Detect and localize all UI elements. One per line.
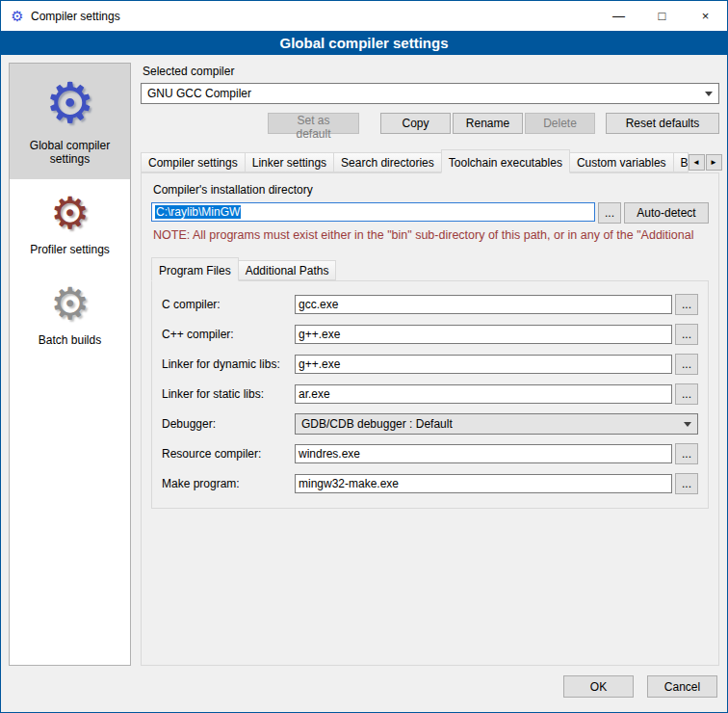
ok-button[interactable]: OK [563,675,634,698]
tab-scroll-left-icon[interactable]: ◄ [689,154,705,171]
c-compiler-value: gcc.exe [299,298,338,311]
sidebar-item-profiler-settings[interactable]: ⚙ Profiler settings [10,179,130,270]
static-linker-value: ar.exe [299,387,330,401]
sidebar-item-global-compiler-settings[interactable]: ⚙ Global compiler settings [10,64,130,179]
form-row-static-linker: Linker for static libs: ar.exe ... [162,383,698,405]
tab-custom-variables[interactable]: Custom variables [569,152,674,172]
subtab-additional-paths[interactable]: Additional Paths [238,260,337,280]
installation-directory-input[interactable]: C:\raylib\MinGW [151,202,595,222]
cpp-compiler-browse-button[interactable]: ... [675,324,698,345]
make-program-label: Make program: [162,477,295,490]
settings-tabbar: Compiler settings Linker settings Search… [141,149,719,172]
compiler-settings-dialog: ⚙ Compiler settings — □ × Global compile… [0,0,728,713]
form-row-resource-compiler: Resource compiler: windres.exe ... [162,443,698,464]
dynamic-linker-browse-button[interactable]: ... [675,354,698,375]
compiler-actions: Set as default Copy Rename Delete Reset … [141,113,719,134]
program-files-panel: C compiler: gcc.exe ... C++ compiler: g+… [151,280,709,509]
tab-search-directories[interactable]: Search directories [333,152,442,172]
auto-detect-button[interactable]: Auto-detect [624,202,709,224]
reset-defaults-button[interactable]: Reset defaults [606,113,719,134]
form-row-cpp-compiler: C++ compiler: g++.exe ... [162,324,698,345]
static-linker-browse-button[interactable]: ... [675,383,698,405]
c-compiler-browse-button[interactable]: ... [675,294,698,315]
page-title: Global compiler settings [1,31,727,55]
set-as-default-button[interactable]: Set as default [268,113,359,134]
resource-compiler-value: windres.exe [299,447,360,461]
static-linker-input[interactable]: ar.exe [295,384,672,404]
cpp-compiler-label: C++ compiler: [162,328,295,341]
selected-compiler-value: GNU GCC Compiler [147,87,251,100]
rename-button[interactable]: Rename [453,113,523,134]
dialog-footer: OK Cancel [1,672,727,712]
sidebar-item-batch-builds[interactable]: ⚙ Batch builds [10,270,130,360]
subtab-program-files[interactable]: Program Files [151,257,239,281]
sidebar-item-label: Global compiler settings [13,139,126,166]
maximize-button[interactable]: □ [640,1,684,31]
tab-scroll-controls: ◄ ► [689,154,722,172]
window-controls: — □ × [597,1,727,31]
profiler-tool-icon: ⚙ [50,191,90,235]
form-row-c-compiler: C compiler: gcc.exe ... [162,294,698,315]
dynamic-linker-label: Linker for dynamic libs: [162,357,295,371]
resource-compiler-input[interactable]: windres.exe [295,444,672,463]
bin-subdirectory-note: NOTE: All programs must exist either in … [153,228,709,242]
dropdown-arrow-icon [700,85,717,102]
debugger-value: GDB/CDB debugger : Default [301,417,453,431]
toolchain-executables-panel: Compiler's installation directory C:\ray… [141,172,719,666]
c-compiler-input[interactable]: gcc.exe [295,295,672,314]
form-row-debugger: Debugger: GDB/CDB debugger : Default [162,413,698,435]
app-icon: ⚙ [10,9,25,23]
tab-linker-settings[interactable]: Linker settings [245,152,334,172]
batch-builds-icon: ⚙ [50,281,90,326]
window-title: Compiler settings [31,10,120,23]
cpp-compiler-value: g++.exe [299,328,340,341]
installation-directory-row: C:\raylib\MinGW ... Auto-detect [151,202,709,224]
make-program-input[interactable]: mingw32-make.exe [295,474,672,493]
resource-compiler-browse-button[interactable]: ... [675,443,698,464]
resource-compiler-label: Resource compiler: [162,447,295,461]
tab-scroll-right-icon[interactable]: ► [706,154,722,171]
main-panel: Selected compiler GNU GCC Compiler Set a… [141,63,719,666]
cpp-compiler-input[interactable]: g++.exe [295,325,672,344]
delete-button[interactable]: Delete [525,113,595,134]
cancel-button[interactable]: Cancel [647,675,717,698]
installation-directory-label: Compiler's installation directory [153,183,709,197]
dropdown-arrow-icon [679,415,696,433]
debugger-label: Debugger: [162,417,295,431]
tab-toolchain-executables[interactable]: Toolchain executables [441,149,570,173]
dynamic-linker-input[interactable]: g++.exe [295,355,672,374]
titlebar: ⚙ Compiler settings — □ × [1,1,727,31]
form-row-dynamic-linker: Linker for dynamic libs: g++.exe ... [162,354,698,375]
form-row-make-program: Make program: mingw32-make.exe ... [162,473,698,494]
debugger-select[interactable]: GDB/CDB debugger : Default [295,413,698,435]
dialog-content: ⚙ Global compiler settings ⚙ Profiler se… [1,55,727,672]
selected-text: C:\raylib\MinGW [155,205,241,219]
static-linker-label: Linker for static libs: [162,387,295,401]
minimize-button[interactable]: — [597,1,640,31]
sidebar-item-label: Batch builds [39,333,101,347]
dynamic-linker-value: g++.exe [299,357,340,371]
selected-compiler-select[interactable]: GNU GCC Compiler [141,83,719,104]
sidebar-item-label: Profiler settings [30,243,110,256]
settings-sidebar: ⚙ Global compiler settings ⚙ Profiler se… [9,63,131,666]
tab-build-options[interactable]: Buil [673,152,689,172]
close-button[interactable]: × [684,1,727,31]
gear-icon: ⚙ [45,75,95,131]
make-program-value: mingw32-make.exe [299,477,399,490]
program-files-tabbar: Program Files Additional Paths [151,257,709,280]
copy-button[interactable]: Copy [380,113,451,134]
browse-directory-button[interactable]: ... [598,202,621,224]
selected-compiler-label: Selected compiler [143,65,719,78]
c-compiler-label: C compiler: [162,298,295,311]
make-program-browse-button[interactable]: ... [675,473,698,494]
tab-compiler-settings[interactable]: Compiler settings [141,152,246,172]
